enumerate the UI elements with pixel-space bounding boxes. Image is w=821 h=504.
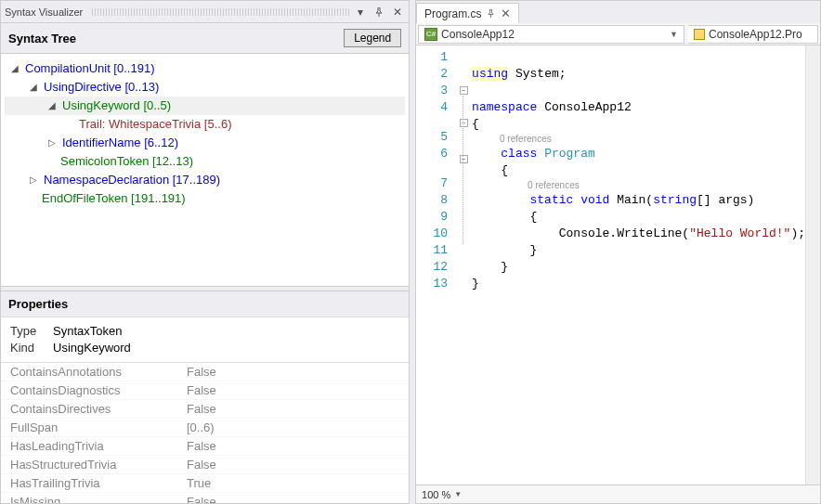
line-number: 3 — [420, 83, 448, 99]
line-number: 7 — [420, 175, 448, 192]
line-number: 8 — [420, 192, 448, 209]
fold-toggle[interactable]: − — [460, 86, 468, 95]
line-number: 4 — [420, 99, 448, 116]
expander-icon[interactable]: ◢ — [8, 62, 21, 75]
properties-summary: Type SyntaxToken Kind UsingKeyword — [1, 317, 409, 362]
fold-toggle[interactable]: − — [460, 119, 468, 127]
tree-node-namespace-declaration[interactable]: ▷ NamespaceDeclaration [17..189) — [5, 171, 405, 189]
tree-node-using-directive[interactable]: ◢ UsingDirective [0..13) — [5, 78, 405, 97]
chevron-down-icon[interactable]: ▼ — [454, 490, 462, 498]
tree-node-label: IdentifierName [6..12) — [60, 134, 180, 152]
property-key: IsMissing — [10, 493, 187, 503]
project-combo[interactable]: C# ConsoleApp12 ▼ — [418, 25, 684, 44]
properties-header: Properties — [1, 291, 409, 317]
scope-combo[interactable]: ConsoleApp12.Pro — [688, 25, 818, 44]
property-key: FullSpan — [10, 419, 187, 436]
property-value: False — [187, 437, 399, 455]
property-key: HasStructuredTrivia — [10, 456, 187, 473]
type-value: SyntaxToken — [53, 323, 122, 340]
panel-title: Syntax Visualizer — [5, 6, 88, 18]
code-content[interactable]: using System; namespace ConsoleApp12 { 0… — [472, 45, 805, 485]
property-key: HasLeadingTrivia — [10, 437, 187, 455]
line-number: 2 — [420, 66, 448, 83]
property-row[interactable]: HasTrailingTriviaTrue — [1, 474, 409, 493]
tree-node-label: SemicolonToken [12..13) — [59, 152, 195, 171]
property-value: [0..6) — [187, 419, 399, 436]
line-number: 10 — [420, 226, 448, 242]
property-value: False — [187, 363, 399, 381]
expander-icon[interactable]: ◢ — [46, 99, 59, 112]
properties-title: Properties — [8, 297, 401, 311]
expander-icon[interactable]: ◢ — [27, 81, 40, 94]
property-key: ContainsDirectives — [10, 400, 187, 418]
property-key: ContainsDiagnostics — [10, 381, 187, 399]
chevron-down-icon: ▼ — [670, 30, 678, 39]
properties-grid[interactable]: ContainsAnnotationsFalseContainsDiagnost… — [1, 362, 409, 503]
navigation-bar: C# ConsoleApp12 ▼ ConsoleApp12.Pro — [416, 23, 820, 45]
pin-icon[interactable] — [371, 5, 386, 19]
tab-label: Program.cs — [424, 7, 481, 20]
line-number: 12 — [420, 259, 448, 276]
property-row[interactable]: FullSpan[0..6) — [1, 419, 409, 437]
property-row[interactable]: HasLeadingTriviaFalse — [1, 437, 409, 456]
zoom-level[interactable]: 100 % — [422, 489, 450, 500]
tree-node-identifier-name[interactable]: ▷ IdentifierName [6..12) — [5, 134, 405, 152]
project-name: ConsoleApp12 — [441, 28, 515, 41]
expander-icon[interactable]: ▷ — [46, 136, 59, 149]
editor-tabstrip: Program.cs ✕ — [416, 1, 820, 23]
editor-tab[interactable]: Program.cs ✕ — [416, 3, 519, 23]
dropdown-icon[interactable]: ▾ — [353, 5, 368, 19]
pin-icon[interactable] — [487, 9, 495, 18]
property-row[interactable]: ContainsDiagnosticsFalse — [1, 381, 409, 400]
legend-button[interactable]: Legend — [344, 29, 401, 47]
property-value: False — [187, 381, 399, 399]
line-number-gutter: 12345678910111213 — [416, 45, 455, 485]
tree-node-label: NamespaceDeclaration [17..189) — [42, 171, 222, 189]
tree-node-compilation-unit[interactable]: ◢ CompilationUnit [0..191) — [5, 59, 405, 78]
namespace-icon — [694, 29, 705, 40]
close-icon[interactable]: ✕ — [390, 5, 405, 19]
tree-node-label: UsingKeyword [0..5) — [60, 97, 173, 115]
property-value: True — [187, 474, 399, 492]
tree-node-label: CompilationUnit [0..191) — [23, 59, 156, 78]
property-row[interactable]: ContainsDirectivesFalse — [1, 400, 409, 419]
kind-label: Kind — [10, 340, 44, 356]
kind-value: UsingKeyword — [53, 340, 131, 356]
properties-panel: Properties Type SyntaxToken Kind UsingKe… — [1, 291, 409, 503]
type-label: Type — [10, 323, 44, 340]
property-value: False — [187, 456, 399, 473]
line-number: 1 — [420, 49, 448, 66]
close-tab-icon[interactable]: ✕ — [501, 6, 511, 20]
line-number: 5 — [420, 129, 448, 146]
tree-node-semicolon-token[interactable]: SemicolonToken [12..13) — [5, 152, 405, 171]
property-key: ContainsAnnotations — [10, 363, 187, 381]
zoom-bar: 100 % ▼ — [416, 485, 820, 503]
panel-titlebar: Syntax Visualizer ▾ ✕ — [1, 1, 409, 23]
syntax-tree[interactable]: ◢ CompilationUnit [0..191) ◢ UsingDirect… — [1, 54, 409, 286]
tree-node-eof-token[interactable]: EndOfFileToken [191..191) — [5, 189, 405, 208]
property-value: False — [187, 493, 399, 503]
tree-node-whitespace-trivia[interactable]: Trail: WhitespaceTrivia [5..6) — [5, 115, 405, 134]
property-row[interactable]: ContainsAnnotationsFalse — [1, 363, 409, 381]
code-editor[interactable]: 12345678910111213 − − − using System; na… — [416, 45, 820, 485]
expander-icon[interactable]: ▷ — [27, 174, 40, 187]
scope-name: ConsoleApp12.Pro — [709, 28, 802, 41]
titlebar-grip — [92, 8, 349, 16]
tree-node-using-keyword[interactable]: ◢ UsingKeyword [0..5) — [5, 97, 405, 115]
fold-column[interactable]: − − − — [455, 45, 472, 485]
property-value: False — [187, 400, 399, 418]
line-number: 6 — [420, 146, 448, 162]
syntax-tree-title: Syntax Tree — [8, 32, 344, 45]
fold-toggle[interactable]: − — [460, 155, 468, 163]
line-number: 9 — [420, 209, 448, 226]
line-number: 13 — [420, 276, 448, 292]
tree-node-label: Trail: WhitespaceTrivia [5..6) — [77, 115, 233, 134]
vertical-scrollbar[interactable] — [805, 45, 820, 485]
editor-panel: Program.cs ✕ C# ConsoleApp12 ▼ ConsoleAp… — [415, 0, 821, 504]
tree-node-label: EndOfFileToken [191..191) — [40, 189, 188, 208]
csharp-icon: C# — [424, 28, 437, 41]
tree-node-label: UsingDirective [0..13) — [42, 78, 161, 97]
line-number: 11 — [420, 242, 448, 259]
property-row[interactable]: IsMissingFalse — [1, 493, 409, 503]
property-row[interactable]: HasStructuredTriviaFalse — [1, 456, 409, 474]
